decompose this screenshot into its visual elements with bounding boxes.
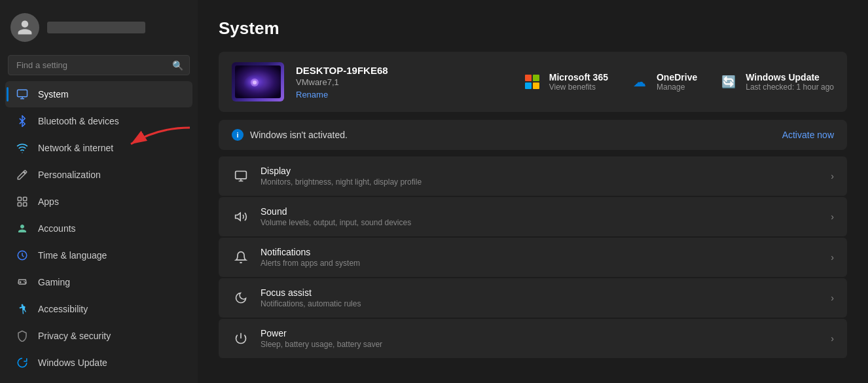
sidebar-item-apps[interactable]: Apps bbox=[5, 189, 192, 215]
onedrive-subtitle: Manage bbox=[657, 82, 697, 92]
sidebar-item-label-system: System bbox=[38, 89, 69, 100]
settings-list: Display Monitors, brightness, night ligh… bbox=[219, 156, 847, 358]
accessibility-icon bbox=[16, 302, 29, 316]
ms365-icon bbox=[522, 71, 543, 92]
power-icon bbox=[232, 329, 250, 348]
sidebar-item-bluetooth[interactable]: Bluetooth & devices bbox=[5, 108, 192, 134]
sidebar-item-label-gaming: Gaming bbox=[38, 277, 70, 287]
onedrive-link[interactable]: ☁ OneDrive Manage bbox=[629, 71, 697, 92]
avatar bbox=[10, 13, 39, 42]
main-content: System bbox=[198, 0, 868, 383]
notifications-chevron: › bbox=[831, 252, 834, 263]
sidebar-item-label-bluetooth: Bluetooth & devices bbox=[38, 116, 119, 126]
settings-row-display[interactable]: Display Monitors, brightness, night ligh… bbox=[219, 156, 847, 196]
device-name: DESKTOP-19FKE68 bbox=[296, 65, 509, 76]
system-icon bbox=[16, 88, 29, 101]
sound-sub: Volume levels, output, input, sound devi… bbox=[261, 218, 820, 227]
profile-section bbox=[0, 8, 198, 52]
accounts-icon bbox=[16, 222, 29, 235]
sound-title: Sound bbox=[261, 206, 820, 217]
svg-rect-12 bbox=[236, 172, 247, 179]
settings-row-sound[interactable]: Sound Volume levels, output, input, soun… bbox=[219, 197, 847, 236]
display-sub: Monitors, brightness, night light, displ… bbox=[261, 177, 820, 187]
sidebar-item-personalization[interactable]: Personalization bbox=[5, 162, 192, 188]
active-indicator bbox=[7, 87, 9, 101]
device-image bbox=[235, 65, 281, 98]
display-chevron: › bbox=[831, 171, 834, 181]
sound-icon bbox=[232, 208, 250, 226]
sidebar-item-label-accounts: Accounts bbox=[38, 223, 76, 234]
winupdate-link[interactable]: 🔄 Windows Update Last checked: 1 hour ag… bbox=[718, 71, 834, 92]
settings-row-power[interactable]: Power Sleep, battery usage, battery save… bbox=[219, 319, 847, 358]
search-input[interactable] bbox=[8, 55, 190, 75]
settings-row-notifications[interactable]: Notifications Alerts from apps and syste… bbox=[219, 238, 847, 277]
sidebar-item-system[interactable]: System bbox=[5, 81, 192, 107]
ms365-subtitle: View benefits bbox=[549, 82, 608, 92]
focus-sub: Notifications, automatic rules bbox=[261, 299, 820, 308]
winupdate-top-icon: 🔄 bbox=[718, 71, 739, 92]
sidebar-item-accessibility[interactable]: Accessibility bbox=[5, 296, 192, 322]
device-thumbnail bbox=[232, 62, 284, 101]
search-icon: 🔍 bbox=[172, 60, 183, 71]
winupdate-title: Windows Update bbox=[746, 72, 834, 82]
activation-bar: i Windows isn't activated. Activate now bbox=[219, 120, 847, 150]
sidebar-item-privacy[interactable]: Privacy & security bbox=[5, 323, 192, 349]
notifications-icon bbox=[232, 248, 250, 266]
bluetooth-icon bbox=[16, 115, 29, 128]
page-title: System bbox=[219, 18, 847, 39]
onedrive-icon: ☁ bbox=[629, 71, 650, 92]
notifications-sub: Alerts from apps and system bbox=[261, 259, 820, 268]
sidebar: 🔍 System Bluetooth & devices Network & i… bbox=[0, 0, 198, 383]
search-bar: 🔍 bbox=[8, 55, 190, 75]
activation-message: Windows isn't activated. bbox=[250, 130, 348, 140]
focus-icon bbox=[232, 289, 250, 307]
winupdate-icon bbox=[16, 356, 29, 369]
sidebar-item-label-personalization: Personalization bbox=[38, 170, 101, 180]
apps-icon bbox=[16, 195, 29, 208]
power-title: Power bbox=[261, 328, 820, 338]
notifications-title: Notifications bbox=[261, 247, 820, 257]
svg-point-11 bbox=[253, 81, 257, 84]
onedrive-title: OneDrive bbox=[657, 72, 697, 82]
device-row: DESKTOP-19FKE68 VMware7,1 Rename Microso… bbox=[219, 52, 847, 112]
focus-chevron: › bbox=[831, 293, 834, 303]
sidebar-item-label-network: Network & internet bbox=[38, 143, 113, 153]
device-info: DESKTOP-19FKE68 VMware7,1 Rename bbox=[296, 65, 509, 100]
sidebar-item-gaming[interactable]: Gaming bbox=[5, 269, 192, 295]
winupdate-subtitle: Last checked: 1 hour ago bbox=[746, 82, 834, 92]
device-sub: VMware7,1 bbox=[296, 77, 509, 87]
svg-rect-0 bbox=[18, 90, 27, 97]
sidebar-item-label-privacy: Privacy & security bbox=[38, 331, 111, 341]
sidebar-nav: System Bluetooth & devices Network & int… bbox=[0, 81, 198, 376]
sidebar-item-label-accessibility: Accessibility bbox=[38, 304, 88, 314]
ms365-link[interactable]: Microsoft 365 View benefits bbox=[522, 71, 608, 92]
svg-rect-1 bbox=[18, 197, 21, 200]
svg-rect-3 bbox=[18, 203, 21, 206]
profile-name-placeholder bbox=[47, 22, 145, 33]
sidebar-item-network[interactable]: Network & internet bbox=[5, 135, 192, 161]
top-links: Microsoft 365 View benefits ☁ OneDrive M… bbox=[522, 71, 834, 92]
power-chevron: › bbox=[831, 333, 834, 344]
settings-row-focus[interactable]: Focus assist Notifications, automatic ru… bbox=[219, 278, 847, 318]
person-icon bbox=[16, 19, 33, 36]
info-icon: i bbox=[232, 129, 244, 141]
sidebar-item-label-time: Time & language bbox=[38, 250, 107, 261]
svg-rect-2 bbox=[24, 197, 27, 200]
sidebar-item-winupdate[interactable]: Windows Update bbox=[5, 350, 192, 376]
sidebar-item-label-winupdate: Windows Update bbox=[38, 357, 107, 368]
sidebar-item-accounts[interactable]: Accounts bbox=[5, 215, 192, 242]
time-icon bbox=[16, 249, 29, 262]
focus-title: Focus assist bbox=[261, 287, 820, 298]
sidebar-item-time[interactable]: Time & language bbox=[5, 242, 192, 268]
display-title: Display bbox=[261, 166, 820, 176]
privacy-icon bbox=[16, 329, 29, 342]
network-icon bbox=[16, 141, 29, 155]
sound-chevron: › bbox=[831, 211, 834, 222]
power-sub: Sleep, battery usage, battery saver bbox=[261, 340, 820, 349]
ms365-title: Microsoft 365 bbox=[549, 72, 608, 82]
display-icon bbox=[232, 167, 250, 185]
sidebar-item-label-apps: Apps bbox=[38, 196, 59, 207]
device-rename[interactable]: Rename bbox=[296, 90, 509, 100]
activate-now-button[interactable]: Activate now bbox=[782, 130, 834, 140]
gaming-icon bbox=[16, 276, 29, 289]
